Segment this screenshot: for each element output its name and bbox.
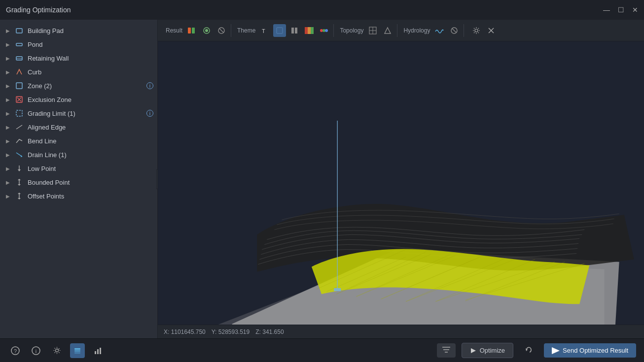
svg-rect-76 bbox=[74, 352, 80, 354]
sidebar-item-drain-line[interactable]: ▶ Drain Line (1) bbox=[0, 148, 157, 162]
svg-rect-8 bbox=[16, 110, 22, 116]
sidebar-item-curb[interactable]: ▶ Curb bbox=[0, 65, 157, 79]
optimize-label: Optimize bbox=[480, 347, 505, 354]
main-layout: ❮ ▶ Building Pad ▶ Pond ▶ Retaining Wall… bbox=[0, 20, 644, 338]
terrain-svg bbox=[158, 41, 644, 325]
arrow-icon: ▶ bbox=[6, 194, 11, 199]
svg-rect-75 bbox=[74, 350, 80, 352]
close-toolbar-btn[interactable] bbox=[485, 24, 498, 37]
topology-btn-1[interactable] bbox=[366, 24, 379, 37]
filter-button[interactable] bbox=[437, 343, 456, 358]
svg-marker-15 bbox=[18, 184, 21, 186]
arrow-icon: ▶ bbox=[6, 180, 11, 185]
result-btn-2[interactable] bbox=[200, 24, 213, 37]
viewport-area: Result Theme T bbox=[158, 20, 644, 338]
theme-btn-1[interactable]: T bbox=[258, 24, 271, 37]
hydrology-btn-1[interactable] bbox=[433, 24, 446, 37]
sidebar-label-drain-line: Drain Line (1) bbox=[28, 151, 153, 159]
result-group: Result bbox=[163, 24, 231, 37]
grading-limit-icon bbox=[15, 109, 24, 118]
bend-line-icon bbox=[15, 136, 24, 145]
retaining-wall-icon bbox=[15, 54, 24, 63]
z-coord-label: Z: bbox=[255, 329, 261, 335]
svg-rect-79 bbox=[100, 348, 101, 354]
offset-points-icon bbox=[15, 192, 24, 200]
sidebar-label-grading-limit: Grading Limit (1) bbox=[28, 110, 143, 117]
svg-point-22 bbox=[205, 29, 208, 32]
layers-button[interactable] bbox=[70, 343, 85, 358]
arrow-icon: ▶ bbox=[6, 83, 11, 89]
optimize-button[interactable]: Optimize bbox=[462, 343, 513, 358]
minimize-btn[interactable]: — bbox=[603, 6, 610, 14]
bounded-point-icon bbox=[15, 178, 24, 187]
low-point-icon bbox=[15, 164, 24, 173]
sidebar-label-pond: Pond bbox=[28, 41, 153, 48]
send-result-button[interactable]: Send Optimized Result bbox=[544, 343, 636, 358]
svg-marker-85 bbox=[552, 347, 560, 354]
svg-line-24 bbox=[219, 29, 223, 33]
sidebar-item-low-point[interactable]: ▶ Low Point bbox=[0, 162, 157, 175]
y-coord-label: Y: bbox=[212, 329, 217, 335]
arrow-icon: ▶ bbox=[6, 69, 11, 75]
theme-btn-4[interactable] bbox=[303, 24, 316, 37]
svg-text:i: i bbox=[36, 348, 36, 354]
svg-rect-78 bbox=[97, 349, 99, 354]
svg-rect-4 bbox=[16, 83, 22, 89]
undo-button[interactable] bbox=[519, 342, 538, 360]
send-result-label: Send Optimized Result bbox=[563, 347, 628, 354]
sidebar-item-building-pad[interactable]: ▶ Building Pad bbox=[0, 24, 157, 37]
settings-button[interactable] bbox=[49, 343, 64, 358]
settings-toolbar-btn[interactable] bbox=[470, 24, 483, 37]
arrow-icon: ▶ bbox=[6, 42, 11, 47]
theme-btn-5[interactable] bbox=[318, 24, 330, 37]
maximize-btn[interactable]: ☐ bbox=[618, 6, 624, 14]
zone-icon bbox=[15, 81, 24, 90]
pond-icon bbox=[15, 40, 24, 49]
sidebar-label-offset-points: Offset Points bbox=[28, 193, 153, 200]
sidebar-label-building-pad: Building Pad bbox=[28, 27, 153, 34]
svg-marker-17 bbox=[18, 193, 21, 194]
close-btn[interactable]: ✕ bbox=[632, 6, 638, 14]
sidebar-item-retaining-wall[interactable]: ▶ Retaining Wall bbox=[0, 51, 157, 65]
sidebar-item-bounded-point[interactable]: ▶ Bounded Point bbox=[0, 175, 157, 189]
arrow-icon: ▶ bbox=[6, 125, 11, 130]
theme-btn-2[interactable] bbox=[273, 24, 286, 37]
z-coord-value: 341.650 bbox=[262, 329, 284, 335]
sidebar-item-grading-limit[interactable]: ▶ Grading Limit (1) i bbox=[0, 106, 157, 120]
sidebar-item-exclusion-zone[interactable]: ▶ Exclusion Zone bbox=[0, 93, 157, 106]
hydrology-btn-2[interactable] bbox=[448, 24, 461, 37]
info-button[interactable]: i bbox=[29, 343, 43, 358]
zone-info-icon[interactable]: i bbox=[146, 82, 153, 89]
topology-btn-2[interactable] bbox=[381, 24, 394, 37]
svg-rect-69 bbox=[334, 288, 341, 291]
sidebar-item-offset-points[interactable]: ▶ Offset Points bbox=[0, 189, 157, 203]
svg-rect-28 bbox=[295, 28, 297, 33]
svg-marker-14 bbox=[18, 179, 21, 180]
sidebar-item-pond[interactable]: ▶ Pond bbox=[0, 37, 157, 51]
svg-text:?: ? bbox=[14, 348, 17, 354]
arrow-icon: ▶ bbox=[6, 138, 11, 144]
3d-canvas[interactable]: 414.33407.33400.33393.33386.33379.33372.… bbox=[158, 41, 644, 325]
sidebar-item-bend-line[interactable]: ▶ Bend Line bbox=[0, 134, 157, 148]
svg-rect-74 bbox=[74, 348, 80, 350]
theme-btn-3[interactable] bbox=[288, 24, 301, 37]
arrow-icon: ▶ bbox=[6, 152, 11, 158]
titlebar: Grading Optimization — ☐ ✕ bbox=[0, 0, 644, 20]
result-btn-3[interactable] bbox=[215, 24, 228, 37]
chart-button[interactable] bbox=[91, 343, 106, 358]
result-btn-1[interactable] bbox=[185, 24, 198, 37]
sidebar: ❮ ▶ Building Pad ▶ Pond ▶ Retaining Wall… bbox=[0, 20, 158, 338]
toolbar-settings-group bbox=[467, 24, 501, 37]
sidebar-item-aligned-edge[interactable]: ▶ Aligned Edge bbox=[0, 120, 157, 134]
svg-marker-18 bbox=[18, 198, 21, 199]
sidebar-label-exclusion-zone: Exclusion Zone bbox=[28, 96, 153, 103]
topology-group: Topology bbox=[337, 24, 397, 37]
help-button[interactable]: ? bbox=[8, 343, 23, 358]
sidebar-item-zone-2[interactable]: ▶ Zone (2) i bbox=[0, 79, 157, 93]
curb-icon bbox=[15, 67, 24, 76]
grading-limit-info-icon[interactable]: i bbox=[146, 110, 153, 117]
sidebar-label-zone-2: Zone (2) bbox=[28, 82, 143, 90]
arrow-icon: ▶ bbox=[6, 111, 11, 116]
result-label: Result bbox=[166, 27, 182, 34]
svg-rect-27 bbox=[291, 28, 294, 33]
